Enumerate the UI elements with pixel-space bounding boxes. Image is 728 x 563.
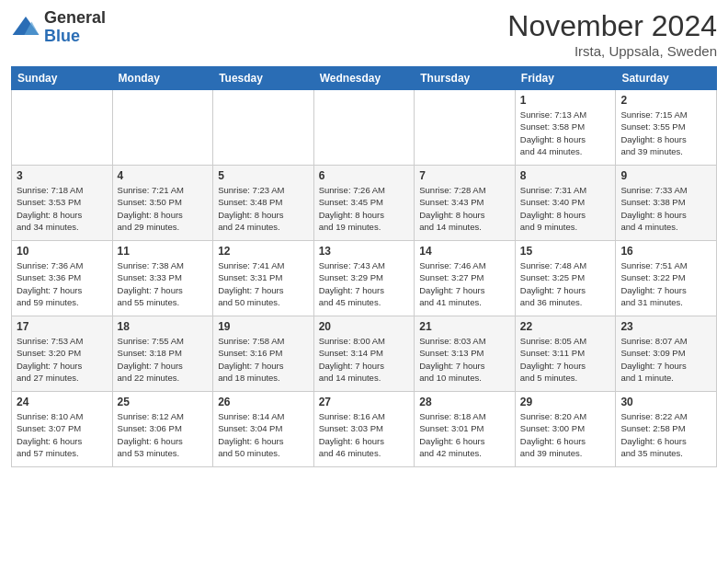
calendar-cell: 9Sunrise: 7:33 AM Sunset: 3:38 PM Daylig… bbox=[616, 166, 717, 241]
day-info: Sunrise: 7:18 AM Sunset: 3:53 PM Dayligh… bbox=[17, 184, 108, 233]
calendar-cell: 19Sunrise: 7:58 AM Sunset: 3:16 PM Dayli… bbox=[213, 316, 314, 392]
calendar-body: 1Sunrise: 7:13 AM Sunset: 3:58 PM Daylig… bbox=[12, 90, 717, 467]
calendar-cell: 22Sunrise: 8:05 AM Sunset: 3:11 PM Dayli… bbox=[515, 316, 616, 392]
day-info: Sunrise: 7:31 AM Sunset: 3:40 PM Dayligh… bbox=[520, 184, 611, 233]
day-info: Sunrise: 7:53 AM Sunset: 3:20 PM Dayligh… bbox=[17, 335, 108, 384]
day-info: Sunrise: 8:05 AM Sunset: 3:11 PM Dayligh… bbox=[520, 335, 611, 384]
col-thursday: Thursday bbox=[415, 67, 516, 90]
calendar-cell: 11Sunrise: 7:38 AM Sunset: 3:33 PM Dayli… bbox=[112, 241, 213, 316]
calendar-cell: 25Sunrise: 8:12 AM Sunset: 3:06 PM Dayli… bbox=[112, 392, 213, 467]
day-number: 8 bbox=[520, 169, 611, 182]
calendar-cell: 13Sunrise: 7:43 AM Sunset: 3:29 PM Dayli… bbox=[313, 241, 415, 316]
day-number: 20 bbox=[319, 320, 410, 333]
day-number: 21 bbox=[419, 320, 510, 333]
header-row: Sunday Monday Tuesday Wednesday Thursday… bbox=[12, 67, 717, 90]
location-label: Irsta, Uppsala, Sweden bbox=[507, 43, 717, 59]
day-number: 10 bbox=[17, 245, 108, 258]
day-info: Sunrise: 8:20 AM Sunset: 3:00 PM Dayligh… bbox=[520, 410, 611, 459]
day-number: 22 bbox=[520, 320, 611, 333]
day-number: 27 bbox=[319, 396, 410, 408]
title-block: November 2024 Irsta, Uppsala, Sweden bbox=[507, 9, 717, 59]
day-number: 26 bbox=[218, 396, 309, 408]
calendar-cell: 17Sunrise: 7:53 AM Sunset: 3:20 PM Dayli… bbox=[12, 316, 113, 392]
day-info: Sunrise: 8:14 AM Sunset: 3:04 PM Dayligh… bbox=[218, 410, 309, 459]
day-info: Sunrise: 7:58 AM Sunset: 3:16 PM Dayligh… bbox=[218, 335, 309, 384]
calendar-cell bbox=[313, 90, 415, 166]
day-number: 16 bbox=[620, 245, 711, 258]
day-info: Sunrise: 8:12 AM Sunset: 3:06 PM Dayligh… bbox=[118, 410, 209, 459]
day-info: Sunrise: 8:18 AM Sunset: 3:01 PM Dayligh… bbox=[419, 410, 510, 459]
day-info: Sunrise: 8:22 AM Sunset: 2:58 PM Dayligh… bbox=[620, 410, 711, 459]
day-number: 30 bbox=[620, 396, 711, 408]
day-number: 17 bbox=[17, 320, 108, 333]
calendar-cell: 3Sunrise: 7:18 AM Sunset: 3:53 PM Daylig… bbox=[12, 166, 113, 241]
calendar-cell bbox=[12, 90, 113, 166]
calendar-cell: 5Sunrise: 7:23 AM Sunset: 3:48 PM Daylig… bbox=[213, 166, 314, 241]
calendar-cell: 29Sunrise: 8:20 AM Sunset: 3:00 PM Dayli… bbox=[515, 392, 616, 467]
calendar-cell: 24Sunrise: 8:10 AM Sunset: 3:07 PM Dayli… bbox=[12, 392, 113, 467]
calendar-cell: 30Sunrise: 8:22 AM Sunset: 2:58 PM Dayli… bbox=[616, 392, 717, 467]
col-sunday: Sunday bbox=[12, 67, 113, 90]
day-number: 23 bbox=[620, 320, 711, 333]
col-saturday: Saturday bbox=[616, 67, 717, 90]
calendar-week-0: 1Sunrise: 7:13 AM Sunset: 3:58 PM Daylig… bbox=[12, 90, 717, 166]
calendar-header: Sunday Monday Tuesday Wednesday Thursday… bbox=[12, 67, 717, 90]
day-number: 24 bbox=[17, 396, 108, 408]
col-friday: Friday bbox=[515, 67, 616, 90]
calendar-cell: 16Sunrise: 7:51 AM Sunset: 3:22 PM Dayli… bbox=[616, 241, 717, 316]
page-container: General Blue November 2024 Irsta, Uppsal… bbox=[0, 0, 728, 563]
day-info: Sunrise: 7:15 AM Sunset: 3:55 PM Dayligh… bbox=[620, 109, 711, 157]
day-number: 12 bbox=[218, 245, 309, 258]
calendar-cell: 27Sunrise: 8:16 AM Sunset: 3:03 PM Dayli… bbox=[313, 392, 415, 467]
logo-blue-label: Blue bbox=[44, 28, 106, 46]
day-info: Sunrise: 7:46 AM Sunset: 3:27 PM Dayligh… bbox=[419, 259, 510, 308]
day-info: Sunrise: 8:03 AM Sunset: 3:13 PM Dayligh… bbox=[419, 335, 510, 384]
day-info: Sunrise: 7:28 AM Sunset: 3:43 PM Dayligh… bbox=[419, 184, 510, 233]
day-info: Sunrise: 7:13 AM Sunset: 3:58 PM Dayligh… bbox=[520, 109, 611, 157]
day-info: Sunrise: 7:51 AM Sunset: 3:22 PM Dayligh… bbox=[620, 259, 711, 308]
calendar-cell: 23Sunrise: 8:07 AM Sunset: 3:09 PM Dayli… bbox=[616, 316, 717, 392]
calendar-cell: 7Sunrise: 7:28 AM Sunset: 3:43 PM Daylig… bbox=[415, 166, 516, 241]
calendar-cell: 18Sunrise: 7:55 AM Sunset: 3:18 PM Dayli… bbox=[112, 316, 213, 392]
calendar-cell bbox=[213, 90, 314, 166]
calendar-cell: 1Sunrise: 7:13 AM Sunset: 3:58 PM Daylig… bbox=[515, 90, 616, 166]
calendar-cell: 6Sunrise: 7:26 AM Sunset: 3:45 PM Daylig… bbox=[313, 166, 415, 241]
day-info: Sunrise: 7:23 AM Sunset: 3:48 PM Dayligh… bbox=[218, 184, 309, 233]
day-info: Sunrise: 8:07 AM Sunset: 3:09 PM Dayligh… bbox=[620, 335, 711, 384]
day-info: Sunrise: 8:10 AM Sunset: 3:07 PM Dayligh… bbox=[17, 410, 108, 459]
day-number: 15 bbox=[520, 245, 611, 258]
calendar-cell: 2Sunrise: 7:15 AM Sunset: 3:55 PM Daylig… bbox=[616, 90, 717, 166]
day-number: 5 bbox=[218, 169, 309, 182]
calendar-week-3: 17Sunrise: 7:53 AM Sunset: 3:20 PM Dayli… bbox=[12, 316, 717, 392]
col-monday: Monday bbox=[112, 67, 213, 90]
logo-text: General Blue bbox=[44, 9, 106, 46]
header: General Blue November 2024 Irsta, Uppsal… bbox=[11, 9, 717, 59]
day-number: 13 bbox=[319, 245, 410, 258]
day-info: Sunrise: 7:55 AM Sunset: 3:18 PM Dayligh… bbox=[118, 335, 209, 384]
day-number: 9 bbox=[620, 169, 711, 182]
calendar-cell: 4Sunrise: 7:21 AM Sunset: 3:50 PM Daylig… bbox=[112, 166, 213, 241]
logo-icon bbox=[11, 13, 40, 42]
calendar-cell: 21Sunrise: 8:03 AM Sunset: 3:13 PM Dayli… bbox=[415, 316, 516, 392]
day-number: 7 bbox=[419, 169, 510, 182]
day-number: 14 bbox=[419, 245, 510, 258]
calendar-cell: 28Sunrise: 8:18 AM Sunset: 3:01 PM Dayli… bbox=[415, 392, 516, 467]
day-number: 28 bbox=[419, 396, 510, 408]
calendar-cell: 8Sunrise: 7:31 AM Sunset: 3:40 PM Daylig… bbox=[515, 166, 616, 241]
day-info: Sunrise: 7:41 AM Sunset: 3:31 PM Dayligh… bbox=[218, 259, 309, 308]
col-wednesday: Wednesday bbox=[313, 67, 415, 90]
day-info: Sunrise: 7:38 AM Sunset: 3:33 PM Dayligh… bbox=[118, 259, 209, 308]
day-number: 25 bbox=[118, 396, 209, 408]
calendar-week-1: 3Sunrise: 7:18 AM Sunset: 3:53 PM Daylig… bbox=[12, 166, 717, 241]
calendar-cell: 15Sunrise: 7:48 AM Sunset: 3:25 PM Dayli… bbox=[515, 241, 616, 316]
calendar-cell bbox=[112, 90, 213, 166]
day-info: Sunrise: 7:36 AM Sunset: 3:36 PM Dayligh… bbox=[17, 259, 108, 308]
day-number: 18 bbox=[118, 320, 209, 333]
logo: General Blue bbox=[11, 9, 106, 46]
col-tuesday: Tuesday bbox=[213, 67, 314, 90]
day-number: 2 bbox=[620, 94, 711, 107]
month-title: November 2024 bbox=[507, 9, 717, 43]
calendar-week-2: 10Sunrise: 7:36 AM Sunset: 3:36 PM Dayli… bbox=[12, 241, 717, 316]
logo-general-label: General bbox=[44, 9, 106, 28]
calendar-table: Sunday Monday Tuesday Wednesday Thursday… bbox=[11, 66, 717, 467]
